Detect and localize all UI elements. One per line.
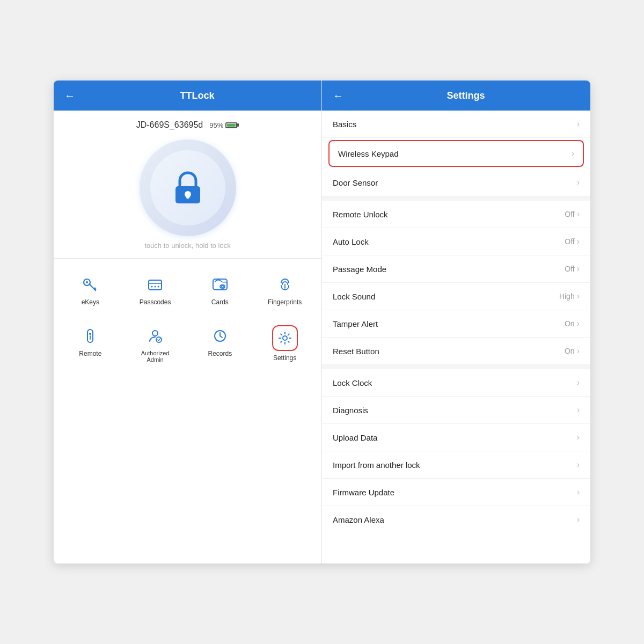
upload-data-label: Upload Data xyxy=(333,433,377,442)
tamper-alert-chevron: › xyxy=(577,319,580,328)
settings-item-auto-lock[interactable]: Auto Lock Off › xyxy=(322,228,590,255)
settings-item-wireless-keypad[interactable]: Wireless Keypad › xyxy=(328,140,584,167)
import-lock-right: › xyxy=(577,460,580,470)
grid-item-fingerprints[interactable]: Fingerprints xyxy=(252,267,317,312)
settings-item-reset-button[interactable]: Reset Button On › xyxy=(322,338,590,365)
settings-item-firmware-update[interactable]: Firmware Update › xyxy=(322,479,590,506)
lock-circle[interactable] xyxy=(54,134,321,236)
svg-point-9 xyxy=(158,286,159,288)
lock-clock-right: › xyxy=(577,378,580,387)
amazon-alexa-chevron: › xyxy=(577,515,580,524)
svg-point-19 xyxy=(283,336,287,340)
wireless-keypad-label: Wireless Keypad xyxy=(338,149,399,158)
records-label: Records xyxy=(208,350,232,357)
left-back-button[interactable]: ← xyxy=(64,90,75,102)
lock-sound-label: Lock Sound xyxy=(333,292,375,301)
remote-unlock-chevron: › xyxy=(577,209,580,219)
settings-item-door-sensor[interactable]: Door Sensor › xyxy=(322,169,590,196)
svg-rect-5 xyxy=(149,280,162,290)
passage-mode-label: Passage Mode xyxy=(333,265,386,274)
fingerprints-label: Fingerprints xyxy=(268,298,302,306)
auto-lock-value: Off xyxy=(565,237,574,246)
upload-data-right: › xyxy=(577,433,580,442)
firmware-update-label: Firmware Update xyxy=(333,488,394,497)
door-sensor-label: Door Sensor xyxy=(333,178,378,187)
auto-lock-label: Auto Lock xyxy=(333,237,369,246)
upload-data-chevron: › xyxy=(577,433,580,442)
settings-item-lock-sound[interactable]: Lock Sound High › xyxy=(322,283,590,310)
basics-right: › xyxy=(577,119,580,129)
reset-button-right: On › xyxy=(565,346,580,356)
passage-mode-right: Off › xyxy=(565,264,580,274)
lock-icon xyxy=(169,169,207,207)
right-back-button[interactable]: ← xyxy=(333,90,343,102)
grid-item-remote[interactable]: Remote xyxy=(58,319,123,369)
svg-point-7 xyxy=(151,286,153,288)
cards-icon xyxy=(209,274,231,295)
settings-label: Settings xyxy=(273,354,296,362)
reset-button-value: On xyxy=(565,347,575,355)
settings-list: Basics › Wireless Keypad › Door Sensor › xyxy=(322,111,590,564)
lock-sound-right: High › xyxy=(559,291,580,301)
settings-item-tamper-alert[interactable]: Tamper Alert On › xyxy=(322,310,590,338)
right-panel: ← Settings Basics › Wireless Keypad › Do… xyxy=(322,80,590,564)
reset-button-chevron: › xyxy=(577,346,580,356)
auto-lock-right: Off › xyxy=(565,237,580,246)
import-lock-chevron: › xyxy=(577,460,580,470)
remote-unlock-right: Off › xyxy=(565,209,580,219)
unlock-hint: touch to unlock, hold to lock xyxy=(54,236,321,258)
wireless-keypad-chevron: › xyxy=(572,149,574,158)
lock-clock-label: Lock Clock xyxy=(333,378,372,387)
door-sensor-chevron: › xyxy=(577,178,580,187)
section-gap-1 xyxy=(322,196,590,201)
grid-item-records[interactable]: Records xyxy=(188,319,253,369)
settings-item-diagnosis[interactable]: Diagnosis › xyxy=(322,397,590,424)
tamper-alert-value: On xyxy=(565,319,575,328)
device-info: JD-669S_63695d 95% xyxy=(54,111,321,134)
lock-clock-chevron: › xyxy=(577,378,580,387)
settings-item-passage-mode[interactable]: Passage Mode Off › xyxy=(322,255,590,283)
ekeys-icon xyxy=(79,274,101,295)
remote-icon xyxy=(79,325,101,347)
settings-icon-box xyxy=(272,325,298,351)
grid-item-settings[interactable]: Settings xyxy=(252,319,317,369)
grid-item-passcodes[interactable]: Passcodes xyxy=(123,267,188,312)
left-header-title: TTLock xyxy=(84,90,311,101)
settings-item-basics[interactable]: Basics › xyxy=(322,111,590,138)
basics-chevron: › xyxy=(577,119,580,129)
grid-item-authorized-admin[interactable]: AuthorizedAdmin xyxy=(123,319,188,369)
settings-item-import-lock[interactable]: Import from another lock › xyxy=(322,451,590,479)
basics-label: Basics xyxy=(333,120,356,129)
reset-button-label: Reset Button xyxy=(333,347,379,356)
right-header-title: Settings xyxy=(352,90,580,101)
settings-item-lock-clock[interactable]: Lock Clock › xyxy=(322,369,590,397)
cards-label: Cards xyxy=(211,298,229,306)
passage-mode-chevron: › xyxy=(577,264,580,274)
left-header: ← TTLock xyxy=(54,80,321,111)
settings-item-upload-data[interactable]: Upload Data › xyxy=(322,424,590,451)
device-id-label: JD-669S_63695d xyxy=(136,120,203,130)
tamper-alert-label: Tamper Alert xyxy=(333,319,378,328)
authorized-admin-label: AuthorizedAdmin xyxy=(141,350,170,363)
battery-container: 95% xyxy=(209,121,239,129)
import-lock-label: Import from another lock xyxy=(333,460,420,470)
right-header: ← Settings xyxy=(322,80,590,111)
left-panel: ← TTLock JD-669S_63695d 95% xyxy=(54,80,322,564)
grid-item-ekeys[interactable]: eKeys xyxy=(58,267,123,312)
ekeys-label: eKeys xyxy=(82,298,99,306)
records-icon xyxy=(209,325,231,347)
settings-item-amazon-alexa[interactable]: Amazon Alexa › xyxy=(322,506,590,533)
wireless-keypad-right: › xyxy=(572,149,574,158)
battery-icon xyxy=(225,122,239,128)
grid-item-cards[interactable]: Cards xyxy=(188,267,253,312)
remote-unlock-label: Remote Unlock xyxy=(333,210,388,219)
diagnosis-right: › xyxy=(577,405,580,415)
settings-item-remote-unlock[interactable]: Remote Unlock Off › xyxy=(322,201,590,228)
tamper-alert-right: On › xyxy=(565,319,580,328)
fingerprints-icon xyxy=(274,274,296,295)
auto-lock-chevron: › xyxy=(577,237,580,246)
grid-row1: eKeys Passcodes xyxy=(54,259,321,317)
svg-point-16 xyxy=(152,331,158,336)
svg-point-4 xyxy=(86,281,88,283)
diagnosis-label: Diagnosis xyxy=(333,406,368,415)
